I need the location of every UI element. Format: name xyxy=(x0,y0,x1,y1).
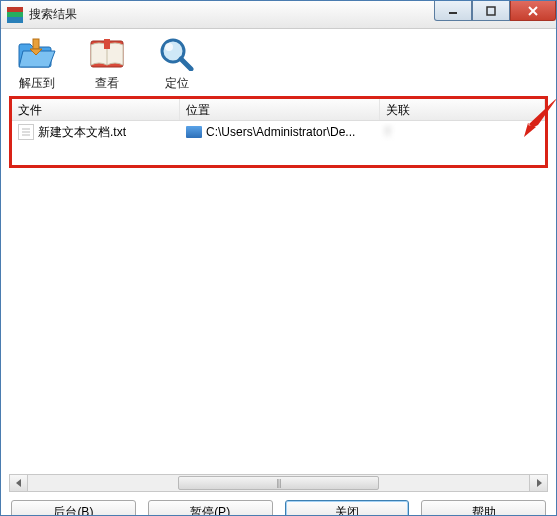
svg-line-10 xyxy=(181,59,191,69)
book-icon xyxy=(85,33,129,73)
svg-point-9 xyxy=(165,43,173,51)
chevron-right-icon xyxy=(535,479,543,487)
search-results-window: 搜索结果 解压到 xyxy=(0,0,557,516)
view-label: 查看 xyxy=(95,75,119,92)
folder-icon xyxy=(186,126,202,138)
result-row[interactable]: 新建文本文档.txt C:\Users\Administrator\De... … xyxy=(12,121,545,143)
magnifier-icon xyxy=(155,33,199,73)
scroll-thumb[interactable] xyxy=(178,476,378,490)
cell-file: 新建文本文档.txt xyxy=(12,122,180,143)
location-text: C:\Users\Administrator\De... xyxy=(206,125,355,139)
pause-button[interactable]: 暂停(P) xyxy=(148,500,273,516)
locate-label: 定位 xyxy=(165,75,189,92)
cell-location: C:\Users\Administrator\De... xyxy=(180,123,380,141)
svg-rect-7 xyxy=(104,39,110,49)
cell-relation: f xyxy=(380,123,545,141)
titlebar: 搜索结果 xyxy=(1,1,556,29)
extract-to-label: 解压到 xyxy=(19,75,55,92)
maximize-button[interactable] xyxy=(472,1,510,21)
column-relation[interactable]: 关联 xyxy=(380,99,545,120)
scroll-left-button[interactable] xyxy=(10,475,28,491)
horizontal-scrollbar[interactable] xyxy=(9,474,548,492)
text-file-icon xyxy=(18,124,34,140)
window-title: 搜索结果 xyxy=(29,6,77,23)
button-row: 后台(B) 暂停(P) 关闭 帮助 xyxy=(1,496,556,516)
background-button[interactable]: 后台(B) xyxy=(11,500,136,516)
minimize-button[interactable] xyxy=(434,1,472,21)
close-button[interactable]: 关闭 xyxy=(285,500,410,516)
minimize-icon xyxy=(448,6,458,16)
column-file[interactable]: 文件 xyxy=(12,99,180,120)
extract-to-button[interactable]: 解压到 xyxy=(9,33,65,92)
relation-text: f xyxy=(386,125,389,139)
toolbar: 解压到 查看 定位 xyxy=(1,29,556,94)
list-header: 文件 位置 关联 xyxy=(12,99,545,121)
locate-button[interactable]: 定位 xyxy=(149,33,205,92)
results-highlight-box: 文件 位置 关联 新建文本文档.txt C:\Users\Administrat… xyxy=(9,96,548,168)
close-icon xyxy=(527,6,539,16)
scroll-track[interactable] xyxy=(28,475,529,491)
scroll-right-button[interactable] xyxy=(529,475,547,491)
close-window-button[interactable] xyxy=(510,1,556,21)
app-icon xyxy=(7,7,23,23)
view-button[interactable]: 查看 xyxy=(79,33,135,92)
help-button[interactable]: 帮助 xyxy=(421,500,546,516)
svg-rect-4 xyxy=(33,39,39,49)
chevron-left-icon xyxy=(15,479,23,487)
filename-text: 新建文本文档.txt xyxy=(38,124,126,141)
folder-open-icon xyxy=(15,33,59,73)
results-empty-area xyxy=(9,168,548,474)
column-location[interactable]: 位置 xyxy=(180,99,380,120)
window-controls xyxy=(434,1,556,21)
svg-rect-1 xyxy=(487,7,495,15)
maximize-icon xyxy=(486,6,496,16)
